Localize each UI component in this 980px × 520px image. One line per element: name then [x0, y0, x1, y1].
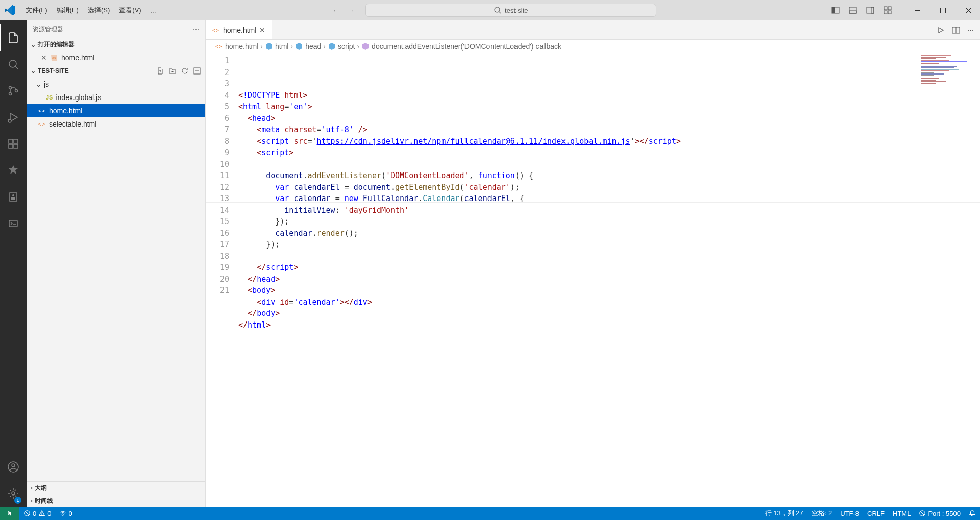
nav-forward-icon[interactable]: → [348, 7, 354, 14]
close-icon[interactable]: ✕ [259, 26, 265, 34]
svg-rect-28 [11, 197, 15, 200]
svg-rect-9 [888, 7, 891, 10]
breadcrumb-item[interactable]: head [305, 42, 321, 51]
breadcrumb-item[interactable]: document.addEventListener('DOMContentLoa… [372, 42, 561, 51]
tab-home-html[interactable]: <> home.html ✕ [206, 20, 272, 39]
svg-point-18 [9, 87, 12, 89]
breadcrumb-item[interactable]: html [275, 42, 288, 51]
chevron-right-icon: › [323, 42, 326, 51]
code-editor[interactable]: 123456789101112131415161718192021 <!DOCT… [206, 53, 980, 507]
toggle-primary-sidebar-icon[interactable] [828, 3, 843, 18]
activity-settings[interactable]: 1 [0, 480, 27, 507]
project-header[interactable]: ⌄ TEST-SITE [27, 64, 205, 78]
ports-indicator[interactable]: 0 [55, 507, 76, 520]
sidebar-more-icon[interactable]: ⋯ [193, 26, 199, 33]
window-close[interactable] [957, 0, 980, 20]
activity-ext-2[interactable] [0, 184, 27, 210]
activity-bar: 1 [0, 20, 27, 507]
html-file-icon: <> [50, 54, 58, 62]
activity-search[interactable] [0, 51, 27, 78]
open-editor-item[interactable]: ✕ <> home.html [27, 51, 205, 64]
svg-rect-57 [921, 83, 936, 84]
cursor-position[interactable]: 行 13，列 27 [761, 507, 807, 520]
svg-rect-46 [921, 63, 939, 64]
outline-header[interactable]: › 大纲 [27, 481, 205, 494]
collapse-icon[interactable] [193, 67, 201, 75]
menu-more[interactable]: … [146, 5, 161, 16]
activity-ext-3[interactable] [0, 210, 27, 237]
chevron-right-icon: › [357, 42, 359, 51]
svg-rect-13 [940, 8, 945, 13]
svg-point-19 [9, 93, 12, 95]
run-icon[interactable] [937, 26, 945, 34]
activity-explorer[interactable] [0, 24, 27, 51]
tabs-bar: <> home.html ✕ ⋯ [206, 20, 980, 40]
file-item-js[interactable]: JS index.global.js [27, 91, 205, 104]
chevron-down-icon: ⌄ [31, 67, 36, 75]
breadcrumb-item[interactable]: script [338, 42, 355, 51]
live-server[interactable]: Port : 5500 [915, 507, 965, 520]
file-item-selectable[interactable]: <> selectable.html [27, 117, 205, 131]
svg-rect-23 [9, 144, 13, 148]
breadcrumbs[interactable]: <> home.html › html › head › script › do… [206, 40, 980, 53]
svg-rect-49 [921, 69, 959, 70]
svg-rect-6 [867, 7, 874, 13]
new-folder-icon[interactable] [168, 67, 177, 75]
nav-back-icon[interactable]: ← [333, 7, 339, 14]
menu-edit[interactable]: 编辑(E) [53, 4, 83, 17]
customize-layout-icon[interactable] [880, 3, 895, 18]
svg-rect-12 [915, 10, 920, 11]
svg-point-20 [15, 90, 18, 92]
window-minimize[interactable] [905, 0, 929, 20]
notifications-icon[interactable] [965, 507, 980, 520]
svg-rect-25 [14, 139, 18, 143]
close-icon[interactable]: ✕ [41, 54, 47, 62]
activity-run-debug[interactable] [0, 104, 27, 131]
html-file-icon: <> [38, 107, 46, 115]
split-editor-icon[interactable] [952, 26, 960, 34]
code-content[interactable]: <!DOCTYPE html><html lang='en'> <head> <… [238, 53, 980, 507]
activity-source-control[interactable] [0, 78, 27, 104]
indentation[interactable]: 空格: 2 [807, 507, 836, 520]
refresh-icon[interactable] [181, 67, 189, 75]
more-icon[interactable]: ⋯ [967, 26, 974, 34]
svg-rect-50 [921, 70, 949, 71]
svg-rect-5 [849, 11, 856, 13]
remote-indicator[interactable] [0, 507, 19, 520]
svg-rect-26 [10, 193, 17, 201]
svg-rect-24 [14, 144, 18, 148]
title-bar: 文件(F) 编辑(E) 选择(S) 查看(V) … ← → test-site [0, 0, 980, 20]
new-file-icon[interactable] [156, 67, 164, 75]
toggle-secondary-sidebar-icon[interactable] [863, 3, 878, 18]
file-label: home.html [61, 54, 94, 62]
symbol-icon [361, 42, 370, 51]
activity-extensions[interactable] [0, 131, 27, 157]
menu-select[interactable]: 选择(S) [84, 4, 114, 17]
svg-rect-47 [921, 66, 957, 67]
file-item-home[interactable]: <> home.html [27, 104, 205, 117]
breadcrumb-item[interactable]: home.html [225, 42, 258, 51]
language-mode[interactable]: HTML [889, 507, 915, 520]
eol[interactable]: CRLF [863, 507, 889, 520]
minimap[interactable] [921, 55, 972, 116]
command-center[interactable]: test-site [365, 4, 656, 17]
folder-item[interactable]: ⌄ js [27, 78, 205, 91]
svg-rect-43 [921, 58, 936, 59]
svg-rect-53 [921, 75, 934, 76]
activity-ext-1[interactable] [0, 157, 27, 184]
problems-indicator[interactable]: 0 0 [19, 507, 55, 520]
toggle-panel-icon[interactable] [845, 3, 861, 18]
svg-rect-48 [921, 67, 954, 68]
svg-text:<>: <> [52, 56, 57, 60]
svg-rect-54 [921, 78, 939, 79]
activity-account[interactable] [0, 454, 27, 480]
svg-text:<>: <> [38, 121, 45, 127]
menu-view[interactable]: 查看(V) [115, 4, 145, 17]
open-editors-header[interactable]: ⌄ 打开的编辑器 [27, 38, 205, 51]
window-maximize[interactable] [931, 0, 954, 20]
encoding[interactable]: UTF-8 [836, 507, 863, 520]
folder-label: js [44, 80, 49, 88]
menu-file[interactable]: 文件(F) [21, 4, 52, 17]
timeline-header[interactable]: › 时间线 [27, 494, 205, 507]
gutter: 123456789101112131415161718192021 [206, 53, 238, 507]
